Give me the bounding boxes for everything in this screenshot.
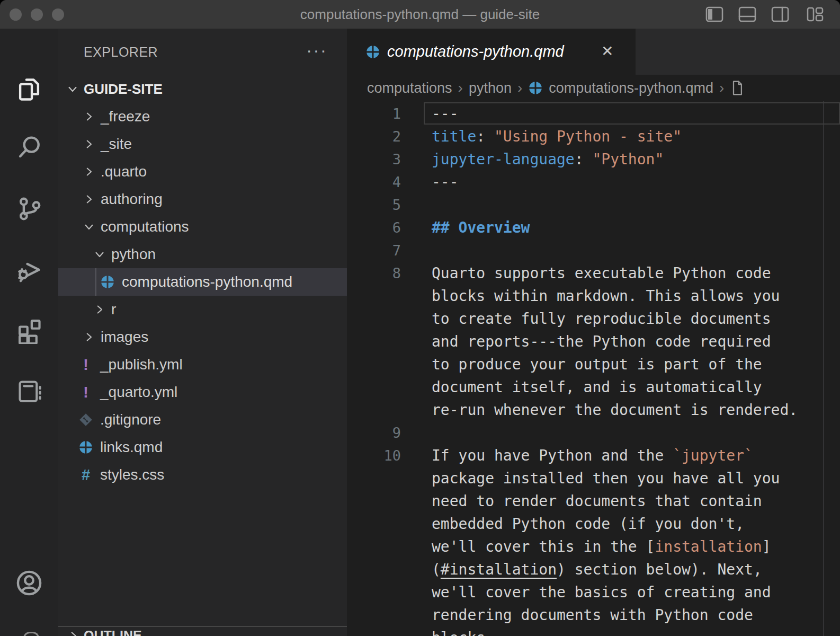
tree-item-images[interactable]: images xyxy=(58,323,347,351)
tree-item-label: _publish.yml xyxy=(100,356,183,373)
code-line: 1--- xyxy=(347,102,840,125)
code-line-content[interactable]: we'll cover the basics of creating and xyxy=(432,584,771,601)
code-line: we'll cover this in the [installation] xyxy=(347,535,840,558)
layout-panel-icon[interactable] xyxy=(738,6,757,22)
code-line-content[interactable]: (#installation) section below). Next, xyxy=(432,561,762,578)
tree-item-quarto[interactable]: .quarto xyxy=(58,158,347,186)
layout-sidebar-right-icon[interactable] xyxy=(771,6,790,22)
chevron-right-icon xyxy=(82,109,96,124)
css-icon: # xyxy=(78,467,94,483)
chevron-right-icon xyxy=(82,192,96,207)
layout-sidebar-left-icon[interactable] xyxy=(705,6,724,22)
quarto-icon xyxy=(100,274,115,290)
code-line-content[interactable]: Quarto supports executable Python code xyxy=(432,264,771,282)
tab-label: computations-python.qmd xyxy=(387,29,564,75)
outline-label: OUTLINE xyxy=(84,628,142,636)
tree-item-label: python xyxy=(111,246,156,263)
code-line-content[interactable]: to produce your output is part of the xyxy=(432,356,762,373)
line-number: 9 xyxy=(347,425,424,441)
workspace-root-row[interactable]: GUIDE-SITE xyxy=(58,75,347,103)
chevron-down-icon xyxy=(92,247,107,262)
chevron-right-icon xyxy=(82,164,96,179)
code-line-content[interactable]: --- xyxy=(432,173,459,191)
line-number: 10 xyxy=(347,447,424,464)
tree-item-publish-yml[interactable]: !_publish.yml xyxy=(58,351,347,378)
code-line: 9 xyxy=(347,421,840,444)
tree-item-computations[interactable]: computations xyxy=(58,213,347,241)
chevron-down-icon xyxy=(82,219,96,234)
chevron-right-icon xyxy=(82,330,96,344)
search-icon[interactable] xyxy=(15,134,43,162)
tree-item-gitignore[interactable]: .gitignore xyxy=(58,406,347,434)
code-line-content[interactable]: document itself, and is automatically xyxy=(432,378,762,396)
tree-item-authoring[interactable]: authoring xyxy=(58,186,347,213)
outline-section-header[interactable]: OUTLINE xyxy=(58,627,347,636)
code-line-content[interactable]: ## Overview xyxy=(432,219,530,236)
yaml-icon: ! xyxy=(78,357,94,373)
line-number: 5 xyxy=(347,197,424,213)
tree-item-links-qmd[interactable]: links.qmd xyxy=(58,434,347,461)
explorer-more-button[interactable]: ··· xyxy=(306,29,327,75)
line-number: 6 xyxy=(347,219,424,236)
code-line-content[interactable]: to create fully reproducible documents xyxy=(432,310,771,328)
tree-item-freeze[interactable]: _freeze xyxy=(58,103,347,130)
breadcrumb-item[interactable]: computations-python.qmd xyxy=(549,80,713,96)
tree-item-r[interactable]: r xyxy=(58,296,347,323)
files-icon[interactable] xyxy=(15,75,43,104)
code-line: and reports---the Python code required xyxy=(347,330,840,353)
tree-item-quarto-yml[interactable]: !_quarto.yml xyxy=(58,378,347,406)
breadcrumb-separator: › xyxy=(719,80,724,96)
code-line-content[interactable]: we'll cover this in the [installation] xyxy=(432,538,771,555)
code-line: 5 xyxy=(347,193,840,216)
tree-item-label: computations xyxy=(101,218,189,235)
code-line-content[interactable]: title: "Using Python - site" xyxy=(432,128,682,145)
tree-item-label: _site xyxy=(101,136,132,153)
code-line-content[interactable]: and reports---the Python code required xyxy=(432,333,771,350)
notebook-icon[interactable] xyxy=(15,377,43,406)
code-area: 1---2title: "Using Python - site"3jupyte… xyxy=(347,102,840,636)
code-line-content[interactable]: embedded Python code (if you don't, xyxy=(432,515,744,533)
tree-item-label: r xyxy=(111,301,116,318)
code-line-content[interactable]: --- xyxy=(432,105,459,122)
code-line: embedded Python code (if you don't, xyxy=(347,513,840,535)
code-line: 4--- xyxy=(347,171,840,193)
breadcrumb-separator: › xyxy=(458,80,463,96)
code-line-content[interactable]: rendering documents with Python code xyxy=(432,606,753,624)
quarto-icon xyxy=(78,439,94,455)
tree-item-styles-css[interactable]: #styles.css xyxy=(58,461,347,489)
code-line-content[interactable]: package installed then you have all you xyxy=(432,470,780,487)
breadcrumb-item[interactable]: python xyxy=(469,80,512,96)
extensions-icon[interactable] xyxy=(15,316,43,345)
code-line-content[interactable]: If you have Python and the `jupyter` xyxy=(432,447,753,464)
tree-item-label: computations-python.qmd xyxy=(122,273,292,290)
code-line-content[interactable]: need to render documents that contain xyxy=(432,492,762,510)
code-line-content[interactable]: re-run whenever the document is rendered… xyxy=(432,401,798,419)
code-line-content[interactable]: jupyter-language: "Python" xyxy=(432,151,664,168)
line-number: 7 xyxy=(347,242,424,259)
chevron-right-icon xyxy=(82,137,96,152)
tree-item-site[interactable]: _site xyxy=(58,130,347,158)
code-line: 8Quarto supports executable Python code xyxy=(347,262,840,285)
breadcrumb-item[interactable]: computations xyxy=(367,80,452,96)
tab-computations-python-qmd[interactable]: computations-python.qmd ✕ xyxy=(347,29,636,75)
chevron-right-icon xyxy=(92,302,107,317)
code-line: 7 xyxy=(347,239,840,262)
workspace-root-label: GUIDE-SITE xyxy=(84,75,163,103)
code-line: to produce your output is part of the xyxy=(347,353,840,376)
tree-item-label: images xyxy=(101,329,148,346)
source-control-icon[interactable] xyxy=(15,195,43,223)
tree-item-python[interactable]: python xyxy=(58,241,347,268)
breadcrumb-separator: › xyxy=(517,80,522,96)
account-icon[interactable] xyxy=(15,569,43,597)
tree-item-label: styles.css xyxy=(100,466,164,483)
tree-item-label: links.qmd xyxy=(100,439,163,456)
tree-item-computations-python-qmd[interactable]: computations-python.qmd xyxy=(58,268,347,296)
tab-close-button[interactable]: ✕ xyxy=(601,29,613,75)
code-line-content[interactable]: blocks within markdown. This allows you xyxy=(432,287,780,305)
code-line-content[interactable]: blocks xyxy=(432,629,485,636)
settings-gear-icon[interactable] xyxy=(23,632,39,636)
code-line: we'll cover the basics of creating and xyxy=(347,581,840,604)
run-debug-icon[interactable] xyxy=(15,255,43,284)
layout-customize-icon[interactable] xyxy=(806,6,825,22)
code-line: 6## Overview xyxy=(347,216,840,239)
